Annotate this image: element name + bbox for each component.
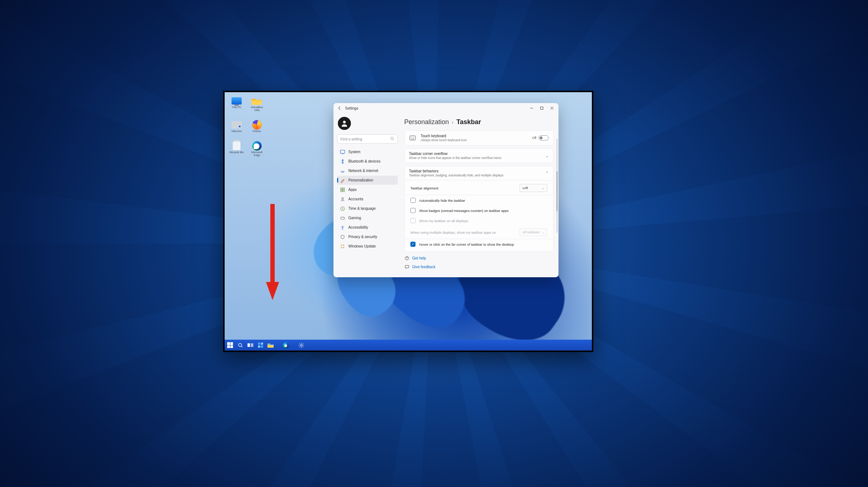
titlebar: Settings <box>333 103 558 113</box>
behaviors-header[interactable]: Taskbar behaviors Taskbar alignment, bad… <box>405 166 553 180</box>
sidebar: Find a setting System Bluetooth & device… <box>333 113 401 277</box>
breadcrumb-current: Taskbar <box>456 118 481 126</box>
desktop-screenshot: This PC VirtualBox VMs VBoxSvr Firefox <box>223 91 593 352</box>
desktop-icon-virtualbox-vms[interactable]: VirtualBox VMs <box>248 97 266 112</box>
expander-behaviors: Taskbar behaviors Taskbar alignment, bad… <box>404 166 553 252</box>
svg-point-20 <box>410 137 411 138</box>
svg-rect-10 <box>341 188 342 189</box>
icon-label: Microsoft Edge <box>248 151 266 157</box>
taskbar-explorer[interactable] <box>267 342 274 348</box>
svg-point-22 <box>413 137 413 138</box>
gear-icon <box>298 342 304 348</box>
settings-window: Settings Find a setting <box>333 103 558 277</box>
sidebar-item-system[interactable]: System <box>337 147 398 156</box>
toggle-switch-icon <box>539 135 549 140</box>
svg-point-25 <box>406 259 407 259</box>
outer-background: This PC VirtualBox VMs VBoxSvr Firefox <box>0 0 868 487</box>
multi-display-dropdown: All taskbars ⌄ <box>520 228 547 236</box>
setting-hover-corner[interactable]: ✓ Hover or click on the far corner of ta… <box>405 239 553 249</box>
sidebar-item-label: Windows Update <box>348 244 376 248</box>
card-touch-keyboard: Touch keyboard Always show touch keyboar… <box>404 130 553 146</box>
monitor-icon <box>231 97 242 105</box>
back-button[interactable] <box>336 105 343 111</box>
sidebar-item-label: Network & internet <box>348 169 378 173</box>
link-get-help[interactable]: Get help <box>404 255 553 261</box>
chevron-down-icon: ⌄ <box>542 231 544 234</box>
link-give-feedback[interactable]: Give feedback <box>404 264 553 269</box>
taskbar-search[interactable] <box>237 342 243 348</box>
svg-point-21 <box>412 137 412 138</box>
svg-rect-13 <box>343 190 344 191</box>
svg-point-35 <box>300 344 302 346</box>
sidebar-item-windows-update[interactable]: Windows Update <box>337 242 398 251</box>
touch-keyboard-toggle[interactable]: Off <box>532 135 549 140</box>
overflow-title: Taskbar corner overflow <box>409 152 545 156</box>
desktop-icon-firefox[interactable]: Firefox <box>248 120 266 133</box>
svg-rect-18 <box>410 136 415 140</box>
svg-rect-12 <box>341 190 342 191</box>
alignment-label: Taskbar alignment <box>410 186 438 190</box>
minimize-button[interactable] <box>527 105 537 112</box>
edge-icon <box>251 142 262 150</box>
desktop-icon-edge[interactable]: Microsoft Edge <box>248 142 266 157</box>
breadcrumb: Personalization › Taskbar <box>404 118 553 126</box>
dropdown-value: Left <box>523 186 528 190</box>
expander-overflow[interactable]: Taskbar corner overflow Show or hide ico… <box>404 148 553 163</box>
sidebar-item-network[interactable]: Network & internet <box>337 166 398 175</box>
chevron-up-icon: ⌃ <box>545 171 549 176</box>
task-view-icon <box>247 343 253 348</box>
scrollbar[interactable] <box>556 139 558 233</box>
desktop-icon-recycle-bin[interactable]: Recycle Bin <box>228 142 246 157</box>
chevron-right-icon: › <box>452 119 454 125</box>
sidebar-item-accounts[interactable]: Accounts <box>337 195 398 204</box>
svg-rect-28 <box>247 343 250 347</box>
search-input[interactable]: Find a setting <box>337 134 398 144</box>
taskbar-widgets[interactable] <box>257 342 264 348</box>
svg-rect-11 <box>343 188 344 189</box>
close-button[interactable] <box>547 105 557 112</box>
sidebar-item-privacy[interactable]: Privacy & security <box>337 232 398 241</box>
setting-show-badges[interactable]: Show badges (unread messages counter) on… <box>405 205 553 216</box>
feedback-icon <box>404 264 409 269</box>
account-header[interactable] <box>337 115 398 133</box>
sidebar-item-label: Time & language <box>348 206 376 210</box>
sidebar-item-accessibility[interactable]: Accessibility <box>337 223 398 232</box>
desktop-icon-this-pc[interactable]: This PC <box>228 97 246 112</box>
folder-icon <box>267 343 274 348</box>
accounts-icon <box>340 197 345 202</box>
desktop-icons-grid: This PC VirtualBox VMs VBoxSvr Firefox <box>228 97 266 156</box>
alignment-dropdown[interactable]: Left ⌄ <box>520 184 547 192</box>
svg-rect-34 <box>267 344 274 345</box>
taskbar-edge[interactable] <box>283 342 289 348</box>
svg-rect-7 <box>340 150 345 153</box>
behaviors-subtitle: Taskbar alignment, badging, automaticall… <box>409 173 545 177</box>
system-icon <box>340 150 345 155</box>
touch-keyboard-title: Touch keyboard <box>421 134 528 138</box>
bluetooth-icon <box>340 159 345 164</box>
svg-rect-33 <box>261 345 263 348</box>
setting-auto-hide[interactable]: Automatically hide the taskbar <box>405 195 553 205</box>
icon-label: VirtualBox VMs <box>248 106 266 112</box>
start-button[interactable] <box>227 342 233 348</box>
dropdown-value: All taskbars <box>523 230 540 234</box>
touch-keyboard-subtitle: Always show touch keyboard icon <box>421 138 528 142</box>
sidebar-item-label: System <box>348 150 360 154</box>
svg-line-6 <box>393 139 394 140</box>
content-area: Personalization › Taskbar Touch keyboard <box>401 113 558 277</box>
sidebar-item-bluetooth[interactable]: Bluetooth & devices <box>337 157 398 166</box>
sidebar-item-gaming[interactable]: Gaming <box>337 213 398 222</box>
maximize-button[interactable] <box>537 105 547 112</box>
taskbar <box>225 340 592 351</box>
svg-point-5 <box>391 137 393 140</box>
breadcrumb-parent[interactable]: Personalization <box>404 118 449 126</box>
drive-icon <box>231 120 242 129</box>
sidebar-item-personalization[interactable]: Personalization <box>337 176 398 185</box>
sidebar-item-time-language[interactable]: Time & language <box>337 204 398 213</box>
folder-icon <box>251 97 262 105</box>
svg-point-4 <box>343 121 345 123</box>
desktop-icon-vboxsvr[interactable]: VBoxSvr <box>228 120 246 133</box>
taskbar-task-view[interactable] <box>247 342 254 348</box>
taskbar-settings[interactable] <box>298 342 304 348</box>
personalization-icon <box>340 178 345 183</box>
sidebar-item-apps[interactable]: Apps <box>337 185 398 194</box>
